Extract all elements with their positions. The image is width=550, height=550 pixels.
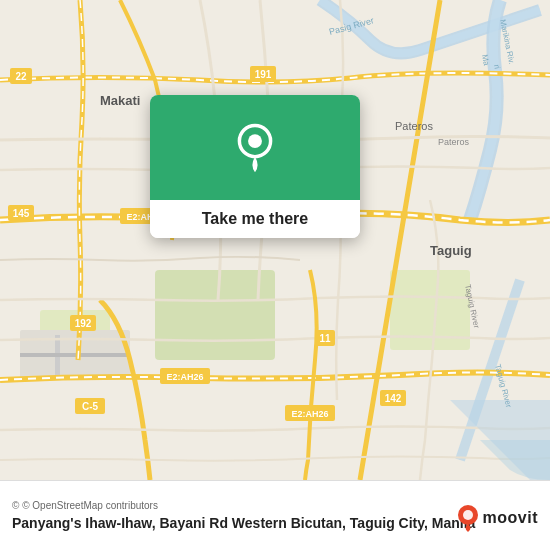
svg-text:Makati: Makati (100, 93, 140, 108)
take-me-there-button[interactable]: Take me there (150, 200, 360, 238)
svg-text:142: 142 (385, 393, 402, 404)
location-pin-icon (229, 122, 281, 174)
svg-text:C-5: C-5 (82, 401, 99, 412)
svg-text:Pateros: Pateros (395, 120, 433, 132)
svg-text:145: 145 (13, 208, 30, 219)
svg-text:Pateros: Pateros (438, 137, 470, 147)
copyright-symbol: © (12, 500, 19, 511)
map-container: Makati Taguig Pateros Pateros Pasig Rive… (0, 0, 550, 480)
popup-card: Take me there (150, 95, 360, 238)
moovit-pin-icon (457, 504, 479, 532)
popup-green-header (150, 95, 360, 200)
svg-text:192: 192 (75, 318, 92, 329)
svg-rect-6 (20, 353, 130, 357)
svg-text:11: 11 (319, 333, 331, 344)
svg-point-38 (248, 134, 262, 148)
svg-rect-1 (155, 270, 275, 360)
svg-text:E2:AH26: E2:AH26 (166, 372, 203, 382)
svg-text:E2:AH26: E2:AH26 (291, 409, 328, 419)
svg-text:Taguig: Taguig (430, 243, 472, 258)
svg-point-40 (463, 510, 473, 520)
moovit-brand-label: moovit (483, 509, 538, 527)
svg-text:22: 22 (15, 71, 27, 82)
svg-text:191: 191 (255, 69, 272, 80)
bottom-bar: © © OpenStreetMap contributors Panyang's… (0, 480, 550, 550)
moovit-logo: moovit (457, 504, 538, 532)
